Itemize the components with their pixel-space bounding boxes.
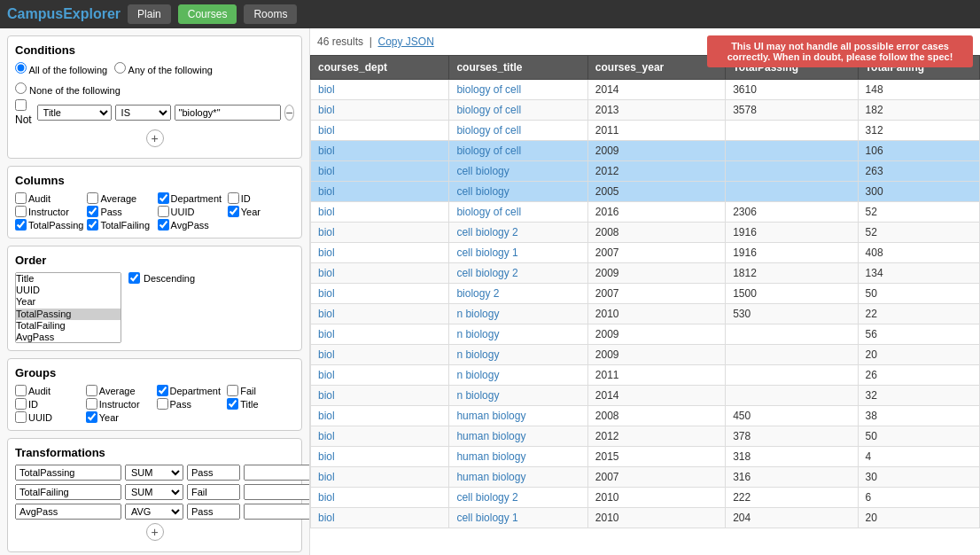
field-select[interactable]: Title Department ID Instructor UUID Year…	[37, 105, 112, 121]
order-option-totalfailing[interactable]: TotalFailing	[16, 320, 121, 332]
nav-rooms[interactable]: Rooms	[244, 4, 297, 24]
title-link[interactable]: cell biology 2	[456, 267, 517, 279]
title-link[interactable]: cell biology 2	[456, 226, 517, 238]
radio-any[interactable]: Any of the following	[114, 62, 213, 75]
title-link[interactable]: cell biology 1	[456, 512, 517, 524]
col-year[interactable]: Year	[228, 206, 294, 217]
order-option-totalpassing[interactable]: TotalPassing	[16, 309, 121, 320]
transform-op-1[interactable]: SUMAVGMINMAXCOUNT	[125, 465, 183, 481]
dept-link[interactable]: biol	[318, 185, 335, 198]
col-department[interactable]: Department	[158, 192, 224, 204]
radio-all[interactable]: All of the following	[15, 62, 107, 75]
dept-link[interactable]: biol	[318, 389, 335, 402]
title-link[interactable]: n biology	[456, 348, 499, 361]
title-link[interactable]: cell biology 1	[456, 246, 517, 259]
dept-link[interactable]: biol	[318, 450, 335, 463]
order-option-title[interactable]: Title	[16, 273, 121, 285]
order-option-year[interactable]: Year	[16, 296, 121, 308]
title-link[interactable]: biology of cell	[456, 206, 521, 218]
dept-link[interactable]: biol	[318, 165, 335, 177]
col-audit[interactable]: Audit	[15, 192, 83, 204]
dept-link[interactable]: biol	[318, 308, 335, 320]
dept-link[interactable]: biol	[318, 471, 335, 483]
filter-value-input[interactable]	[175, 105, 281, 121]
add-transform-button[interactable]: +	[146, 523, 164, 541]
col-pass[interactable]: Pass	[87, 206, 153, 217]
dept-link[interactable]: biol	[318, 369, 335, 381]
not-label[interactable]: Not	[15, 99, 34, 126]
add-condition-button[interactable]: +	[146, 129, 164, 147]
order-option-avgpass[interactable]: AvgPass	[16, 332, 121, 343]
grp-id[interactable]: ID	[15, 398, 82, 410]
title-link[interactable]: cell biology	[456, 185, 509, 198]
grp-pass[interactable]: Pass	[157, 398, 224, 410]
col-uuid[interactable]: UUID	[158, 206, 224, 217]
operator-select[interactable]: IS IS NOT > < =	[115, 105, 171, 121]
transform-apply-3[interactable]	[187, 504, 240, 520]
dept-link[interactable]: biol	[318, 145, 335, 157]
transform-applyfield-1[interactable]: TotalPassingTotalFailing	[244, 465, 310, 481]
col-avgpass[interactable]: AvgPass	[158, 219, 224, 231]
dept-link[interactable]: biol	[318, 267, 335, 279]
title-link[interactable]: human biology	[456, 450, 525, 463]
dept-link[interactable]: biol	[318, 348, 335, 361]
title-link[interactable]: human biology	[456, 410, 525, 422]
title-link[interactable]: n biology	[456, 328, 499, 340]
grp-average[interactable]: Average	[86, 385, 153, 396]
col-id[interactable]: ID	[228, 192, 294, 204]
transform-op-2[interactable]: SUMAVGMINMAXCOUNT	[125, 484, 183, 500]
dept-link[interactable]: biol	[318, 512, 335, 524]
title-link[interactable]: biology of cell	[456, 104, 521, 116]
title-link[interactable]: biology of cell	[456, 124, 521, 137]
remove-condition-button[interactable]: −	[284, 105, 294, 121]
dept-link[interactable]: biol	[318, 287, 335, 300]
title-link[interactable]: n biology	[456, 389, 499, 402]
transform-field-1[interactable]	[15, 465, 121, 481]
grp-department[interactable]: Department	[157, 385, 224, 396]
col-instructor[interactable]: Instructor	[15, 206, 83, 217]
title-link[interactable]: n biology	[456, 369, 499, 381]
grp-uuid[interactable]: UUID	[15, 411, 82, 423]
descending-checkbox[interactable]	[128, 272, 140, 284]
col-totalfailing[interactable]: TotalFailing	[87, 219, 153, 231]
transform-op-3[interactable]: AVGSUMMINMAXCOUNT	[125, 504, 183, 520]
dept-link[interactable]: biol	[318, 410, 335, 422]
transform-apply-2[interactable]	[187, 484, 240, 500]
nav-plain[interactable]: Plain	[128, 4, 171, 24]
title-link[interactable]: cell biology	[456, 165, 509, 177]
grp-title[interactable]: Title	[227, 398, 294, 410]
dept-link[interactable]: biol	[318, 491, 335, 504]
order-option-uuid[interactable]: UUID	[16, 285, 121, 296]
dept-link[interactable]: biol	[318, 124, 335, 137]
title-link[interactable]: human biology	[456, 471, 525, 483]
dept-link[interactable]: biol	[318, 206, 335, 218]
dept-link[interactable]: biol	[318, 246, 335, 259]
transform-field-3[interactable]	[15, 504, 121, 520]
order-list[interactable]: Title UUID Year TotalPassing TotalFailin…	[15, 272, 121, 343]
transform-applyfield-2[interactable]: TotalPassingTotalFailing	[244, 484, 310, 500]
transform-apply-1[interactable]	[187, 465, 240, 481]
dept-link[interactable]: biol	[318, 328, 335, 340]
title-link[interactable]: biology 2	[456, 287, 499, 300]
title-link[interactable]: cell biology 2	[456, 491, 517, 504]
not-checkbox[interactable]	[15, 99, 27, 111]
copy-json-link[interactable]: Copy JSON	[377, 35, 433, 48]
grp-year[interactable]: Year	[86, 411, 153, 423]
radio-none[interactable]: None of the following	[15, 82, 121, 96]
title-link[interactable]: human biology	[456, 430, 525, 442]
transform-field-2[interactable]	[15, 484, 121, 500]
title-link[interactable]: n biology	[456, 308, 499, 320]
transform-applyfield-3[interactable]: TotalPassingTotalFailing	[244, 504, 310, 520]
grp-instructor[interactable]: Instructor	[86, 398, 153, 410]
nav-courses[interactable]: Courses	[178, 4, 237, 24]
title-link[interactable]: biology of cell	[456, 145, 521, 157]
dept-link[interactable]: biol	[318, 430, 335, 442]
dept-link[interactable]: biol	[318, 226, 335, 238]
dept-link[interactable]: biol	[318, 83, 335, 96]
title-link[interactable]: biology of cell	[456, 83, 521, 96]
dept-link[interactable]: biol	[318, 104, 335, 116]
col-totalpassing[interactable]: TotalPassing	[15, 219, 83, 231]
col-average[interactable]: Average	[87, 192, 153, 204]
grp-fail[interactable]: Fail	[227, 385, 294, 396]
grp-audit[interactable]: Audit	[15, 385, 82, 396]
